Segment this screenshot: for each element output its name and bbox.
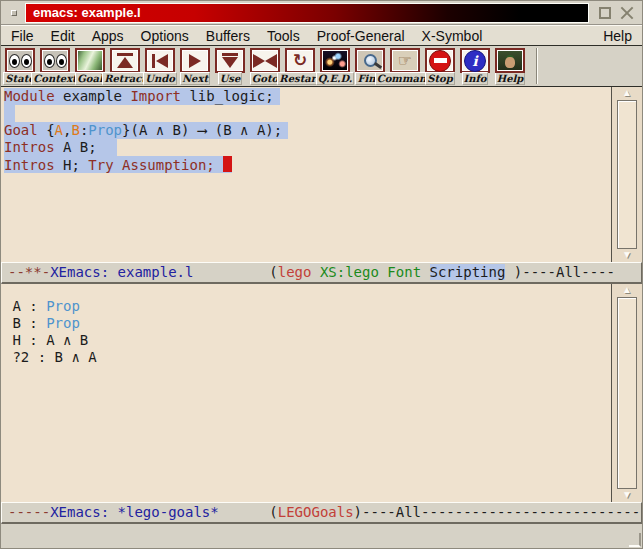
toolbar-button-stop[interactable]: Stop [425, 48, 455, 85]
menu-help[interactable]: Help [603, 28, 632, 44]
menu-edit[interactable]: Edit [51, 28, 75, 44]
script-line: Intros A B; [1, 139, 611, 156]
scroll-down-icon[interactable]: ▼ [622, 250, 632, 261]
close-icon[interactable] [620, 6, 634, 20]
arrow-down-from-bar-icon [215, 48, 245, 73]
title-gradient: emacs: example.l [25, 3, 589, 23]
modeline-buffer-name: XEmacs: example.l [50, 264, 193, 280]
goals-line: A : Prop [1, 298, 611, 315]
proof-toolbar: State Context Goal Retract Undo [1, 46, 642, 87]
modeline-buffer-name: XEmacs: *lego-goals* [50, 504, 219, 520]
goal-photo-icon [75, 48, 105, 73]
minibuffer[interactable] [1, 524, 642, 548]
menu-bar: File Edit Apps Options Buffers Tools Pro… [1, 25, 642, 46]
goals-line: ?2 : B ∧ A [1, 349, 611, 366]
script-line [1, 105, 611, 122]
goals-buffer-text[interactable]: A : Prop B : Prop H : A ∧ B ?2 : B ∧ A [1, 284, 611, 502]
scroll-up-icon[interactable]: ▲ [622, 88, 632, 99]
toolbar-button-undo[interactable]: Undo [145, 48, 175, 85]
arrow-right-icon [180, 48, 210, 73]
menu-options[interactable]: Options [141, 28, 189, 44]
goals-scrollbar[interactable]: ▲ ▼ [611, 284, 642, 502]
magnifier-icon [355, 48, 385, 73]
modeline-goals[interactable]: -----XEmacs: *lego-goals* (LEGOGoals)---… [1, 502, 642, 524]
circular-arrow-icon: ↻ [285, 48, 315, 73]
menu-buffers[interactable]: Buffers [206, 28, 250, 44]
script-buffer-text[interactable]: Module example Import lib_logic; Goal {A… [1, 87, 611, 262]
script-line: Goal {A,B:Prop}(A ∧ B) ⟶ (B ∧ A); [1, 122, 611, 139]
goals-buffer-pane: A : Prop B : Prop H : A ∧ B ?2 : B ∧ A ▲… [1, 284, 642, 502]
window-buttons [599, 6, 634, 20]
modeline-scripting-indicator: Scripting [430, 264, 506, 280]
menu-file[interactable]: File [11, 28, 34, 44]
bowtie-icon [250, 48, 280, 73]
toolbar-button-retract[interactable]: Retract [110, 48, 140, 85]
scrollbar-thumb[interactable] [617, 297, 637, 489]
resize-grip[interactable] [629, 533, 641, 547]
menu-proof-general[interactable]: Proof-General [317, 28, 405, 44]
window-menu-grip[interactable] [11, 10, 17, 16]
eyes-icon [40, 48, 70, 73]
pointing-hand-icon: ☞ [390, 48, 420, 73]
toolbar-button-goto[interactable]: Goto [250, 48, 280, 85]
goals-line: H : A ∧ B [1, 332, 611, 349]
script-scrollbar[interactable]: ▲ ▼ [611, 87, 642, 262]
toolbar-button-command[interactable]: ☞ Command [390, 48, 420, 85]
arrow-left-to-bar-icon [145, 48, 175, 73]
scrollbar-thumb[interactable] [617, 100, 637, 249]
modeline-major-mode: lego [278, 264, 312, 280]
toolbar-button-context[interactable]: Context [40, 48, 70, 85]
toolbar-button-help[interactable]: Help [495, 48, 525, 85]
toolbar-button-use[interactable]: Use [215, 48, 245, 85]
menu-tools[interactable]: Tools [267, 28, 300, 44]
menu-apps[interactable]: Apps [92, 28, 124, 44]
maximize-icon[interactable] [599, 7, 611, 19]
arrow-up-to-bar-icon [110, 48, 140, 73]
scroll-up-icon[interactable]: ▲ [622, 285, 632, 296]
xemacs-window: emacs: example.l File Edit Apps Options … [0, 0, 643, 549]
fireworks-photo-icon [320, 48, 350, 73]
scroll-down-icon[interactable]: ▼ [622, 490, 632, 501]
no-entry-icon [425, 48, 455, 73]
modeline-script[interactable]: --**-XEmacs: example.l (lego XS:lego Fon… [1, 262, 642, 284]
toolbar-button-next[interactable]: Next [180, 48, 210, 85]
guru-photo-icon [495, 48, 525, 73]
script-buffer-pane: Module example Import lib_logic; Goal {A… [1, 87, 642, 262]
toolbar-divider [536, 48, 538, 84]
script-line: Intros H; Try Assumption; [1, 156, 611, 173]
toolbar-button-goal[interactable]: Goal [75, 48, 105, 85]
toolbar-button-qed[interactable]: Q.E.D. [320, 48, 350, 85]
title-bar[interactable]: emacs: example.l [1, 1, 642, 25]
modeline-major-mode: LEGOGoals [278, 504, 354, 520]
text-cursor [223, 156, 232, 172]
window-title: emacs: example.l [33, 5, 141, 20]
eyes-icon [5, 48, 35, 73]
goals-line: B : Prop [1, 315, 611, 332]
toolbar-button-restart[interactable]: ↻ Restart [285, 48, 315, 85]
script-line: Module example Import lib_logic; [1, 88, 611, 105]
menu-x-symbol[interactable]: X-Symbol [422, 28, 483, 44]
info-circle-icon [460, 48, 490, 73]
toolbar-button-info[interactable]: Info [460, 48, 490, 85]
